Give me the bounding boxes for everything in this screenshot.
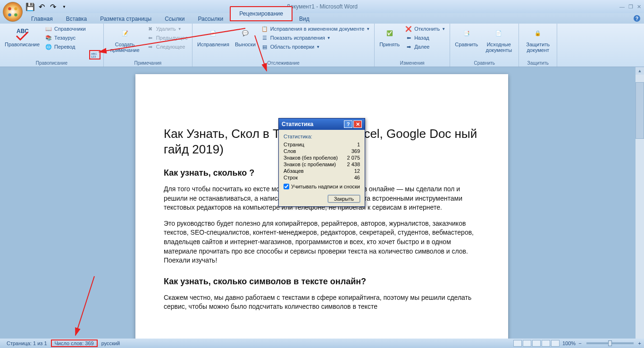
- vertical-scrollbar[interactable]: ▲: [636, 67, 644, 339]
- markup-icon: ☰: [261, 34, 268, 42]
- zoom-in-icon[interactable]: +: [638, 340, 641, 346]
- group-proofing: ABC Правописание 📖Справочники 📚Тезаурус …: [0, 24, 104, 67]
- tab-mailings[interactable]: Рассылки: [191, 14, 230, 24]
- stat-chars-nospace: Знаков (без пробелов)2 075: [284, 154, 360, 161]
- tab-pagelayout[interactable]: Разметка страницы: [93, 14, 158, 24]
- protect-button[interactable]: 🔒 Защитить документ: [522, 25, 554, 59]
- reject-icon: ❌: [405, 25, 412, 33]
- accept-icon: ✅: [382, 25, 397, 41]
- status-page[interactable]: Страница: 1 из 1: [3, 340, 51, 346]
- research-button[interactable]: 📖Справочники: [43, 25, 87, 33]
- help-icon[interactable]: ?: [634, 15, 640, 22]
- delete-comment-button[interactable]: ✖Удалить▼: [145, 25, 189, 33]
- accept-button[interactable]: ✅ Принять: [377, 25, 401, 59]
- sources-icon: 📄: [491, 25, 506, 41]
- redo-icon[interactable]: ↷: [49, 2, 57, 11]
- comment-icon: 📝: [117, 25, 133, 41]
- svg-point-3: [14, 13, 17, 17]
- dialog-help-icon[interactable]: ?: [344, 120, 352, 128]
- book-icon: 📖: [45, 25, 52, 33]
- zoom-slider[interactable]: [586, 342, 634, 344]
- view-web-icon[interactable]: [532, 340, 541, 347]
- stat-paragraphs: Абзацев12: [284, 168, 360, 174]
- undo-icon[interactable]: ↶: [37, 2, 46, 11]
- view-draft-icon[interactable]: [551, 340, 560, 347]
- word-count-icon: ABC123: [91, 51, 99, 58]
- balloons-button[interactable]: 💬 Выноски: [233, 25, 258, 59]
- status-language[interactable]: русский: [98, 340, 124, 346]
- close-button[interactable]: Закрыть: [328, 195, 360, 203]
- scroll-thumb[interactable]: [636, 82, 644, 139]
- ribbon-tabs: Главная Вставка Разметка страницы Ссылки…: [0, 13, 644, 24]
- group-changes: ✅ Принять ❌Отклонить▼ ⬅Назад ➡Далее Изме…: [375, 24, 450, 67]
- svg-point-1: [14, 7, 17, 10]
- qat-dropdown-icon[interactable]: ▼: [60, 2, 68, 11]
- compare-button[interactable]: 📑 Сравнить: [453, 25, 480, 59]
- view-outline-icon[interactable]: [542, 340, 550, 347]
- view-print-layout-icon[interactable]: [513, 340, 522, 347]
- display-icon: 📋: [261, 25, 268, 33]
- thesaurus-button[interactable]: 📚Тезаурус: [43, 34, 87, 42]
- prev-comment-button[interactable]: ⬅Предыдущее: [145, 34, 189, 42]
- tab-home[interactable]: Главная: [25, 14, 59, 24]
- doc-para3: Скажем честно, мы давно работаем с текст…: [164, 293, 480, 312]
- spelling-icon: ABC: [15, 25, 30, 41]
- window-title: Документ1 - Microsoft Word: [286, 3, 358, 10]
- word-count-button[interactable]: ABC123: [89, 50, 100, 59]
- save-icon[interactable]: 💾: [26, 2, 34, 11]
- spelling-button[interactable]: ABC Правописание: [3, 25, 42, 59]
- dialog-subtitle: Статистика:: [284, 134, 360, 139]
- translate-icon: 🌐: [45, 43, 52, 51]
- back-icon: ⬅: [405, 34, 412, 42]
- next-icon: ➡: [147, 43, 154, 51]
- office-button[interactable]: [3, 2, 23, 22]
- stat-pages: Страниц1: [284, 141, 360, 148]
- tab-view[interactable]: Вид: [293, 14, 316, 24]
- prev-change-button[interactable]: ⬅Назад: [403, 34, 447, 42]
- svg-point-0: [8, 7, 11, 10]
- scroll-up-icon[interactable]: ▲: [636, 67, 644, 75]
- pane-icon: ▤: [261, 43, 268, 51]
- track-icon: 📄: [206, 25, 221, 41]
- group-comments: 📝 Создать примечание ✖Удалить▼ ⬅Предыдущ…: [104, 24, 192, 67]
- statistics-dialog: Статистика ? ✕ Статистика: Страниц1 Слов…: [278, 118, 365, 207]
- next-comment-button[interactable]: ➡Следующее: [145, 42, 189, 51]
- compare-icon: 📑: [459, 25, 474, 41]
- tab-review[interactable]: Рецензирование: [230, 6, 293, 21]
- doc-para2: Это руководство будет полезно для копира…: [164, 219, 480, 265]
- svg-text:123: 123: [91, 55, 96, 58]
- close-icon[interactable]: ✕: [637, 4, 641, 10]
- reviewing-pane-button[interactable]: ▤Область проверки▼: [259, 42, 371, 51]
- zoom-out-icon[interactable]: −: [578, 340, 581, 346]
- tab-references[interactable]: Ссылки: [158, 14, 191, 24]
- track-changes-button[interactable]: 📄 Исправления: [195, 25, 231, 59]
- group-protect: 🔒 Защитить документ Защитить: [519, 24, 557, 67]
- stat-words: Слов369: [284, 148, 360, 154]
- reject-button[interactable]: ❌Отклонить▼: [403, 25, 447, 33]
- maximize-icon[interactable]: ❐: [628, 4, 633, 10]
- lock-icon: 🔒: [530, 25, 545, 41]
- dialog-titlebar[interactable]: Статистика ? ✕: [279, 119, 365, 130]
- status-word-count[interactable]: Число слов: 369: [51, 340, 98, 347]
- view-fullscreen-icon[interactable]: [523, 340, 531, 347]
- minimize-icon[interactable]: —: [619, 4, 625, 10]
- translate-button[interactable]: 🌐Перевод: [43, 42, 87, 51]
- display-for-review-dropdown[interactable]: 📋Исправления в измененном документе▼: [259, 25, 371, 33]
- checkbox-input[interactable]: [284, 184, 289, 189]
- group-tracking: 📄 Исправления 💬 Выноски 📋Исправления в и…: [192, 24, 375, 67]
- show-markup-button[interactable]: ☰Показать исправления▼: [259, 34, 371, 42]
- next-change-button[interactable]: ➡Далее: [403, 42, 447, 51]
- ribbon: ABC Правописание 📖Справочники 📚Тезаурус …: [0, 24, 644, 67]
- doc-heading2b: Как узнать, сколько символов в тексте он…: [164, 277, 480, 287]
- include-footnotes-checkbox[interactable]: Учитывать надписи и сноски: [284, 184, 360, 189]
- status-zoom[interactable]: 100%: [562, 340, 576, 346]
- forward-icon: ➡: [405, 43, 412, 51]
- stat-lines: Строк46: [284, 174, 360, 181]
- group-compare: 📑 Сравнить 📄 Исходные документы Сравнить: [450, 24, 519, 67]
- stat-chars-space: Знаков (с пробелами)2 438: [284, 161, 360, 168]
- dialog-close-icon[interactable]: ✕: [353, 120, 362, 128]
- new-comment-button[interactable]: 📝 Создать примечание: [107, 25, 143, 59]
- show-source-button[interactable]: 📄 Исходные документы: [482, 25, 516, 59]
- thesaurus-icon: 📚: [45, 34, 52, 42]
- tab-insert[interactable]: Вставка: [59, 14, 94, 24]
